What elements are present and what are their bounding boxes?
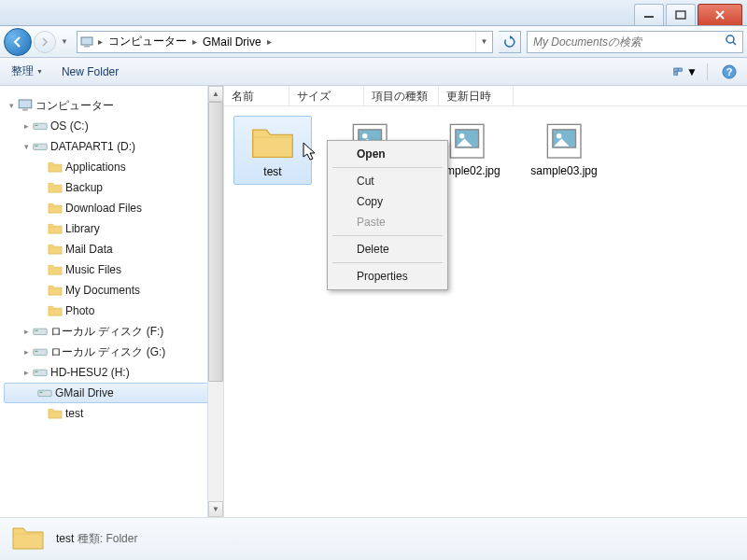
drive-icon	[32, 346, 49, 357]
svg-rect-18	[34, 350, 47, 356]
tree-item[interactable]: ▸ローカル ディスク (G:)	[0, 342, 223, 362]
organize-button[interactable]: 整理▼	[6, 61, 49, 82]
minimize-button[interactable]	[634, 4, 664, 25]
breadcrumb-segment[interactable]: コンピューター	[105, 32, 190, 52]
folder-icon	[11, 523, 45, 556]
tree-label: OS (C:)	[49, 119, 89, 133]
menu-item[interactable]: Cut	[331, 171, 444, 191]
navigation-pane: ▾コンピューター▸OS (C:)▾DATAPART1 (D:)Applicati…	[0, 86, 224, 517]
back-button[interactable]	[4, 28, 32, 56]
tree-toggle[interactable]: ▾	[21, 142, 32, 151]
svg-rect-11	[22, 109, 28, 111]
sidebar-scrollbar[interactable]: ▲▼	[207, 86, 223, 517]
menu-item[interactable]: Open	[331, 144, 444, 164]
svg-rect-10	[19, 100, 32, 108]
column-size[interactable]: サイズ	[289, 86, 364, 105]
navigation-bar: ▼ ▸ コンピューター ▸ GMail Drive ▸ ▼	[0, 26, 747, 58]
tree-label: Mail Data	[63, 243, 113, 256]
items-view[interactable]: testsample01.jpgsample02.jpgsample03.jpg	[224, 106, 747, 517]
column-type[interactable]: 項目の種類	[364, 86, 439, 105]
svg-rect-22	[38, 391, 51, 397]
help-button[interactable]: ?	[717, 62, 741, 82]
tree-item[interactable]: test	[0, 403, 223, 424]
breadcrumb-segment[interactable]: GMail Drive	[199, 32, 265, 52]
tree-toggle[interactable]: ▸	[21, 327, 32, 336]
tree-label: ローカル ディスク (G:)	[49, 344, 165, 360]
svg-rect-19	[35, 351, 37, 352]
svg-rect-15	[35, 146, 37, 147]
file-label: sample03.jpg	[530, 164, 597, 177]
svg-text:?: ?	[726, 66, 733, 77]
search-icon[interactable]	[720, 34, 742, 50]
search-input[interactable]	[528, 35, 720, 49]
folder-icon	[47, 243, 63, 256]
tree-item[interactable]: ▾コンピューター	[0, 95, 223, 116]
toolbar: 整理▼ New Folder ▼ ?	[0, 58, 747, 86]
tree-label: test	[63, 407, 83, 420]
column-modified[interactable]: 更新日時	[439, 86, 514, 105]
new-folder-button[interactable]: New Folder	[56, 63, 124, 81]
menu-item[interactable]: Properties	[331, 266, 444, 287]
details-type-value: Folder	[106, 532, 137, 545]
tree-item[interactable]: Photo	[0, 301, 223, 321]
file-item[interactable]: sample03.jpg	[525, 116, 603, 183]
tree-item[interactable]: My Documents	[0, 280, 223, 301]
refresh-button[interactable]	[499, 31, 521, 53]
folder-icon	[250, 122, 295, 161]
tree-label: Library	[63, 222, 100, 235]
file-item[interactable]: test	[233, 116, 312, 185]
tree-item[interactable]: Mail Data	[0, 239, 223, 259]
svg-rect-0	[644, 16, 654, 18]
tree-item[interactable]: Library	[0, 218, 223, 239]
tree-label: Applications	[63, 161, 126, 174]
tree-item[interactable]: ▸OS (C:)	[0, 116, 223, 136]
details-name: test	[56, 532, 74, 545]
tree-toggle[interactable]: ▸	[21, 368, 32, 377]
tree-label: Photo	[63, 304, 94, 317]
svg-rect-3	[84, 46, 90, 48]
drive-icon	[32, 367, 49, 377]
drive-icon	[32, 141, 49, 151]
folder-icon	[47, 263, 63, 276]
nav-history-dropdown[interactable]: ▼	[58, 37, 71, 46]
tree-item[interactable]: Download Files	[0, 198, 223, 218]
column-headers[interactable]: 名前 サイズ 項目の種類 更新日時	[224, 86, 747, 106]
address-bar[interactable]: ▸ コンピューター ▸ GMail Drive ▸ ▼	[77, 31, 493, 53]
view-button[interactable]: ▼	[673, 62, 698, 82]
tree-item[interactable]: ▸HD-HESU2 (H:)	[0, 362, 223, 383]
menu-separator	[332, 262, 443, 263]
folder-icon	[47, 202, 63, 215]
tree-item[interactable]: Backup	[0, 177, 223, 198]
tree-label: Backup	[63, 181, 103, 194]
menu-item[interactable]: Delete	[331, 239, 444, 259]
folder-icon	[47, 284, 63, 297]
address-dropdown[interactable]: ▼	[475, 32, 492, 52]
menu-separator	[332, 235, 443, 236]
tree-item[interactable]: ▾DATAPART1 (D:)	[0, 136, 223, 157]
column-name[interactable]: 名前	[224, 86, 289, 105]
tree-toggle[interactable]: ▸	[21, 347, 32, 357]
menu-item[interactable]: Copy	[331, 191, 444, 212]
svg-rect-14	[34, 145, 47, 150]
tree-toggle[interactable]: ▾	[6, 101, 17, 110]
tree-label: HD-HESU2 (H:)	[49, 366, 130, 379]
svg-rect-6	[678, 67, 682, 70]
maximize-button[interactable]	[666, 4, 696, 25]
drive-icon	[32, 326, 49, 336]
tree-item[interactable]: ▸ローカル ディスク (F:)	[0, 321, 223, 342]
close-button[interactable]	[698, 4, 742, 25]
folder-icon	[47, 222, 63, 235]
tree-item[interactable]: Applications	[0, 157, 223, 177]
forward-button[interactable]	[34, 31, 56, 53]
breadcrumb-arrow: ▸	[265, 36, 274, 47]
tree-item[interactable]: Music Files	[0, 259, 223, 280]
search-box[interactable]	[527, 31, 743, 53]
folder-icon	[47, 161, 63, 174]
menu-item: Paste	[331, 212, 444, 232]
svg-rect-20	[34, 371, 47, 376]
svg-rect-23	[39, 392, 42, 393]
details-type-label: 種類:	[78, 532, 103, 545]
tree-item[interactable]: GMail Drive	[4, 383, 219, 403]
tree-label: GMail Drive	[53, 386, 114, 399]
tree-toggle[interactable]: ▸	[21, 121, 32, 131]
